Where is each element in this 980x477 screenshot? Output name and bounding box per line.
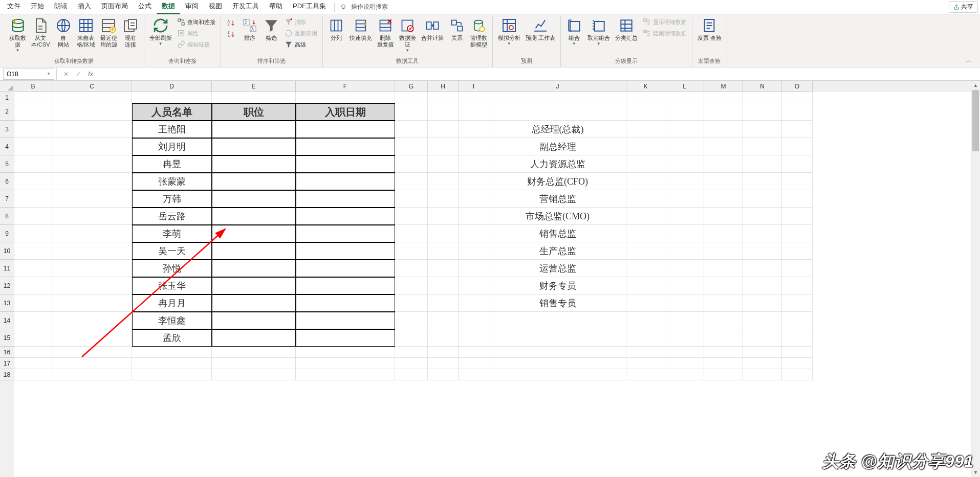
data-tool-button-1[interactable]: 快速填充 [347, 16, 374, 42]
cell-D2[interactable]: 人员名单 [132, 103, 212, 121]
get-data-button-1[interactable]: 从文本/CSV [29, 16, 52, 49]
cell-B18[interactable] [14, 369, 52, 380]
cell-B8[interactable] [14, 208, 52, 225]
sort-button[interactable]: ZAAZ 排序 [239, 16, 260, 42]
menu-tab-5[interactable]: 公式 [133, 0, 157, 14]
cell-M17[interactable] [704, 358, 743, 369]
cell-K10[interactable] [626, 242, 665, 260]
cell-M14[interactable] [704, 312, 743, 329]
data-tool-button-5[interactable]: 关系 [447, 16, 467, 42]
cell-F15[interactable] [296, 329, 395, 347]
get-data-button-5[interactable]: 现有连接 [120, 16, 141, 49]
row-header-5[interactable]: 5 [0, 155, 14, 173]
cell-C12[interactable] [52, 277, 132, 294]
cell-D16[interactable] [132, 347, 212, 358]
cell-J1[interactable] [489, 92, 626, 103]
cell-K12[interactable] [626, 277, 665, 294]
cell-N15[interactable] [743, 329, 782, 347]
column-header-C[interactable]: C [52, 81, 132, 92]
column-header-H[interactable]: H [428, 81, 459, 92]
cell-O17[interactable] [782, 358, 813, 369]
properties-button[interactable]: 属性 [175, 28, 217, 39]
cell-I8[interactable] [459, 208, 489, 225]
cell-D17[interactable] [132, 358, 212, 369]
cell-L1[interactable] [665, 92, 704, 103]
cell-J16[interactable] [489, 347, 626, 358]
cell-H16[interactable] [428, 347, 459, 358]
cell-B13[interactable] [14, 294, 52, 312]
cell-H7[interactable] [428, 190, 459, 208]
cell-K1[interactable] [626, 92, 665, 103]
cell-B7[interactable] [14, 190, 52, 208]
cell-B17[interactable] [14, 358, 52, 369]
row-header-8[interactable]: 8 [0, 208, 14, 225]
row-header-18[interactable]: 18 [0, 369, 14, 380]
cell-H11[interactable] [428, 260, 459, 277]
sort-desc-button[interactable]: ZA [226, 29, 236, 40]
cell-F12[interactable] [296, 277, 395, 294]
column-header-K[interactable]: K [626, 81, 665, 92]
cell-B4[interactable] [14, 138, 52, 155]
cell-N3[interactable] [743, 121, 782, 138]
menu-tab-10[interactable]: 帮助 [264, 0, 288, 14]
confirm-formula-button[interactable]: ✓ [72, 69, 84, 80]
cell-M6[interactable] [704, 173, 743, 190]
cell-C9[interactable] [52, 225, 132, 242]
row-header-15[interactable]: 15 [0, 329, 14, 347]
cell-J2[interactable] [489, 103, 626, 121]
cell-C14[interactable] [52, 312, 132, 329]
cell-I5[interactable] [459, 155, 489, 173]
cell-D3[interactable]: 王艳阳 [132, 121, 212, 138]
cell-E3[interactable] [212, 121, 296, 138]
cell-B10[interactable] [14, 242, 52, 260]
cell-F14[interactable] [296, 312, 395, 329]
cell-F5[interactable] [296, 155, 395, 173]
cell-O2[interactable] [782, 103, 813, 121]
cell-C10[interactable] [52, 242, 132, 260]
column-header-L[interactable]: L [665, 81, 704, 92]
cell-C11[interactable] [52, 260, 132, 277]
row-header-6[interactable]: 6 [0, 173, 14, 190]
cell-D15[interactable]: 孟欣 [132, 329, 212, 347]
cell-H6[interactable] [428, 173, 459, 190]
cancel-formula-button[interactable]: ✕ [60, 69, 72, 80]
cell-C6[interactable] [52, 173, 132, 190]
cell-H8[interactable] [428, 208, 459, 225]
cell-C7[interactable] [52, 190, 132, 208]
cell-N12[interactable] [743, 277, 782, 294]
cell-K7[interactable] [626, 190, 665, 208]
cell-C17[interactable] [52, 358, 132, 369]
cell-M12[interactable] [704, 277, 743, 294]
cell-L16[interactable] [665, 347, 704, 358]
group-button[interactable]: 组合 ▼ [564, 16, 584, 47]
cell-O8[interactable] [782, 208, 813, 225]
cell-K2[interactable] [626, 103, 665, 121]
cell-C16[interactable] [52, 347, 132, 358]
cell-C18[interactable] [52, 369, 132, 380]
cell-H15[interactable] [428, 329, 459, 347]
cell-E1[interactable] [212, 92, 296, 103]
scrollbar-thumb[interactable] [972, 90, 979, 151]
cell-E12[interactable] [212, 277, 296, 294]
cell-O18[interactable] [782, 369, 813, 380]
data-tool-button-2[interactable]: 删除重复值 [375, 16, 396, 49]
cell-H13[interactable] [428, 294, 459, 312]
cell-C8[interactable] [52, 208, 132, 225]
menu-tab-9[interactable]: 开发工具 [227, 0, 264, 14]
cell-E14[interactable] [212, 312, 296, 329]
cell-G1[interactable] [395, 92, 428, 103]
row-header-2[interactable]: 2 [0, 103, 14, 121]
cell-O7[interactable] [782, 190, 813, 208]
cell-N6[interactable] [743, 173, 782, 190]
scrollbar-track[interactable] [971, 90, 980, 468]
get-data-button-4[interactable]: 最近使用的源 [98, 16, 119, 49]
cell-I10[interactable] [459, 242, 489, 260]
cell-F9[interactable] [296, 225, 395, 242]
data-tool-button-6[interactable]: 管理数据模型 [468, 16, 489, 49]
cell-I17[interactable] [459, 358, 489, 369]
column-header-E[interactable]: E [212, 81, 296, 92]
cell-I3[interactable] [459, 121, 489, 138]
sort-asc-button[interactable]: AZ [226, 17, 236, 29]
cell-G16[interactable] [395, 347, 428, 358]
menu-tab-4[interactable]: 页面布局 [96, 0, 133, 14]
